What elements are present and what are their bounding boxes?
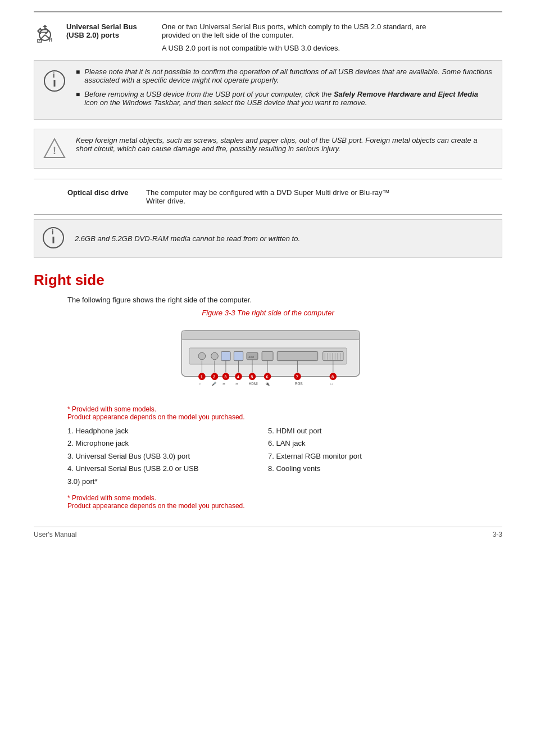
- info-content: Please note that it is not possible to c…: [76, 67, 493, 112]
- svg-text:⇔: ⇔: [222, 382, 225, 386]
- dvd-note-text: 2.6GB and 5.2GB DVD-RAM media cannot be …: [75, 234, 300, 243]
- svg-text:4: 4: [237, 374, 239, 379]
- provided-note-1: * Provided with some models. Product app…: [67, 405, 502, 421]
- svg-point-21: [211, 352, 219, 360]
- usb-section: ⇔ Universal Serial Bus (USB 2.0) ports O…: [34, 22, 502, 52]
- figure-caption: Figure 3-3 The right side of the compute…: [34, 309, 502, 317]
- usb-icon: ⇔: [34, 25, 61, 47]
- svg-text:1: 1: [201, 374, 203, 379]
- svg-text:i: i: [52, 228, 54, 236]
- usb-title-row: Universal Serial Bus (USB 2.0) ports One…: [66, 22, 443, 39]
- usb-desc-para2: A USB 2.0 port is not compatible with US…: [162, 44, 443, 52]
- svg-text:6: 6: [266, 374, 268, 379]
- usb-content: Universal Serial Bus (USB 2.0) ports One…: [66, 22, 443, 52]
- component-1: 1. Headphone jack: [67, 425, 268, 437]
- svg-rect-18: [181, 331, 360, 339]
- svg-text:🎤: 🎤: [212, 382, 216, 386]
- info-item-2: Before removing a USB device from the US…: [76, 90, 493, 107]
- info-icon: i: [43, 69, 68, 95]
- svg-text:i: i: [53, 71, 55, 79]
- svg-text:RGB: RGB: [295, 382, 303, 386]
- computer-diagram: HDMI 1 2 3 4: [34, 322, 502, 403]
- info-item-1: Please note that it is not possible to c…: [76, 67, 493, 84]
- info-box: i Please note that it is not possible to…: [34, 60, 502, 120]
- component-right-col: 5. HDMI out port 6. LAN jack 7. External…: [268, 425, 469, 489]
- info-list: Please note that it is not possible to c…: [76, 67, 493, 107]
- component-7: 7. External RGB monitor port: [268, 451, 469, 462]
- warning-content: Keep foreign metal objects, such as scre…: [76, 136, 493, 153]
- provided-note-2: * Provided with some models. Product app…: [67, 494, 502, 510]
- svg-text:7: 7: [296, 374, 298, 379]
- optical-title: Optical disc drive: [34, 188, 146, 197]
- svg-rect-27: [277, 351, 317, 360]
- footer: User's Manual 3-3: [34, 527, 502, 538]
- svg-rect-22: [221, 351, 230, 360]
- component-4: 4. Universal Serial Bus (USB 2.0 or USB: [67, 463, 268, 474]
- usb-desc-para1: One or two Universal Serial Bus ports, w…: [162, 22, 443, 39]
- footer-right: 3-3: [493, 531, 502, 538]
- optical-divider-top: [34, 179, 502, 179]
- dvd-info-icon: i: [42, 225, 67, 252]
- svg-text:⇔: ⇔: [37, 25, 49, 39]
- diagram-svg: HDMI 1 2 3 4: [161, 322, 375, 403]
- optical-divider-bottom: [34, 214, 502, 215]
- svg-point-20: [198, 352, 206, 360]
- svg-rect-26: [262, 351, 273, 360]
- component-left-col: 1. Headphone jack 2. Microphone jack 3. …: [67, 425, 268, 489]
- svg-text:∩: ∩: [199, 382, 202, 386]
- top-border: [34, 11, 502, 12]
- svg-rect-23: [234, 351, 243, 360]
- svg-text:HDMI: HDMI: [249, 382, 258, 386]
- svg-text:2: 2: [213, 374, 215, 379]
- component-2: 2. Microphone jack: [67, 438, 268, 449]
- dvd-note-box: i 2.6GB and 5.2GB DVD-RAM media cannot b…: [34, 219, 502, 258]
- svg-text:🔌: 🔌: [265, 382, 270, 386]
- footer-left: User's Manual: [34, 531, 76, 538]
- right-side-intro: The following figure shows the right sid…: [67, 296, 502, 304]
- optical-row: Optical disc drive The computer may be c…: [34, 183, 502, 211]
- svg-text:⇔: ⇔: [235, 382, 238, 386]
- component-4b: 3.0) port*: [67, 476, 268, 487]
- component-3: 3. Universal Serial Bus (USB 3.0) port: [67, 451, 268, 462]
- usb-title: Universal Serial Bus (USB 2.0) ports: [66, 22, 162, 39]
- component-5: 5. HDMI out port: [268, 425, 469, 437]
- svg-text:!: !: [53, 145, 56, 156]
- right-side-heading: Right side: [34, 271, 502, 289]
- page: ⇔ Universal Serial Bus (USB 2.0) ports O…: [0, 0, 536, 561]
- svg-text:□: □: [330, 382, 333, 386]
- svg-text:HDMI: HDMI: [248, 356, 255, 359]
- svg-text:8: 8: [331, 374, 334, 379]
- warning-box: ! Keep foreign metal objects, such as sc…: [34, 129, 502, 169]
- component-8: 8. Cooling vents: [268, 463, 469, 474]
- component-6: 6. LAN jack: [268, 438, 469, 449]
- svg-text:5: 5: [251, 374, 253, 379]
- warning-icon: !: [43, 137, 68, 161]
- svg-text:3: 3: [224, 374, 226, 379]
- component-list: 1. Headphone jack 2. Microphone jack 3. …: [67, 425, 469, 489]
- optical-desc: The computer may be configured with a DV…: [146, 188, 405, 205]
